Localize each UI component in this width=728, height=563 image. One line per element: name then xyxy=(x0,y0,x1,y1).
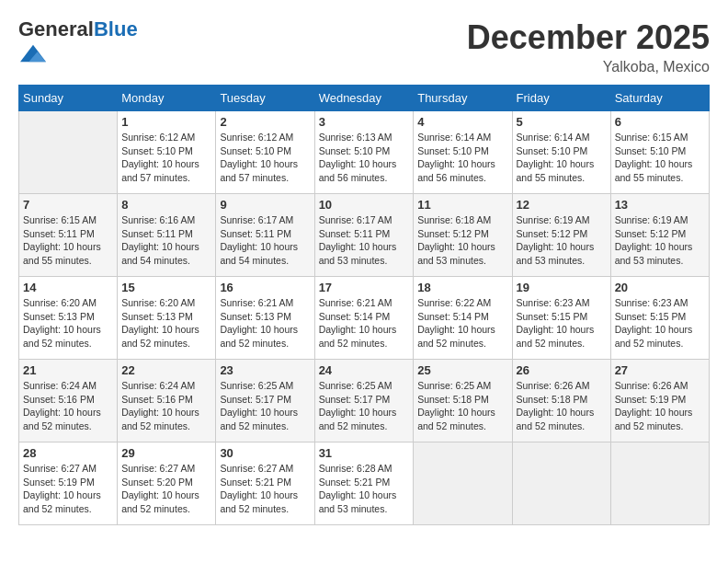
day-info: Sunrise: 6:23 AMSunset: 5:15 PMDaylight:… xyxy=(615,296,705,350)
day-number: 30 xyxy=(220,446,310,460)
day-number: 23 xyxy=(220,363,310,377)
day-number: 28 xyxy=(23,446,113,460)
day-number: 29 xyxy=(121,446,211,460)
calendar-cell: 15Sunrise: 6:20 AMSunset: 5:13 PMDayligh… xyxy=(118,277,216,360)
day-info: Sunrise: 6:27 AMSunset: 5:19 PMDaylight:… xyxy=(23,462,113,516)
calendar-cell: 31Sunrise: 6:28 AMSunset: 5:21 PMDayligh… xyxy=(314,442,414,525)
day-info: Sunrise: 6:18 AMSunset: 5:12 PMDaylight:… xyxy=(417,213,507,268)
calendar-cell: 3Sunrise: 6:13 AMSunset: 5:10 PMDaylight… xyxy=(314,111,414,194)
day-info: Sunrise: 6:25 AMSunset: 5:17 PMDaylight:… xyxy=(319,379,410,433)
column-header-friday: Friday xyxy=(512,86,610,111)
day-number: 8 xyxy=(121,198,211,212)
day-number: 27 xyxy=(615,363,705,377)
day-info: Sunrise: 6:27 AMSunset: 5:20 PMDaylight:… xyxy=(121,462,211,516)
day-number: 12 xyxy=(517,198,607,212)
day-info: Sunrise: 6:23 AMSunset: 5:15 PMDaylight:… xyxy=(517,296,607,350)
day-info: Sunrise: 6:16 AMSunset: 5:11 PMDaylight:… xyxy=(121,213,211,268)
logo: GeneralBlue xyxy=(18,18,138,70)
day-info: Sunrise: 6:22 AMSunset: 5:14 PMDaylight:… xyxy=(417,296,507,350)
day-number: 25 xyxy=(417,363,507,377)
calendar-cell: 13Sunrise: 6:19 AMSunset: 5:12 PMDayligh… xyxy=(610,194,709,277)
day-number: 7 xyxy=(23,198,113,212)
calendar-cell: 14Sunrise: 6:20 AMSunset: 5:13 PMDayligh… xyxy=(19,277,118,360)
day-info: Sunrise: 6:14 AMSunset: 5:10 PMDaylight:… xyxy=(517,131,607,185)
calendar-week-row: 14Sunrise: 6:20 AMSunset: 5:13 PMDayligh… xyxy=(19,277,710,360)
day-info: Sunrise: 6:13 AMSunset: 5:10 PMDaylight:… xyxy=(319,131,410,185)
month-title: December 2025 xyxy=(467,18,710,57)
day-number: 11 xyxy=(417,198,507,212)
calendar-cell: 1Sunrise: 6:12 AMSunset: 5:10 PMDaylight… xyxy=(118,111,216,194)
day-number: 4 xyxy=(417,115,507,129)
column-header-monday: Monday xyxy=(118,86,216,111)
title-area: December 2025 Yalkoba, Mexico xyxy=(467,18,710,75)
calendar-cell: 30Sunrise: 6:27 AMSunset: 5:21 PMDayligh… xyxy=(216,442,314,525)
day-info: Sunrise: 6:14 AMSunset: 5:10 PMDaylight:… xyxy=(417,131,507,185)
calendar-cell: 12Sunrise: 6:19 AMSunset: 5:12 PMDayligh… xyxy=(512,194,610,277)
day-number: 2 xyxy=(220,115,310,129)
day-info: Sunrise: 6:20 AMSunset: 5:13 PMDaylight:… xyxy=(121,296,211,350)
day-number: 22 xyxy=(121,363,211,377)
calendar-cell: 26Sunrise: 6:26 AMSunset: 5:18 PMDayligh… xyxy=(512,360,610,442)
day-info: Sunrise: 6:15 AMSunset: 5:11 PMDaylight:… xyxy=(23,213,113,268)
day-number: 14 xyxy=(23,281,113,294)
calendar-cell: 28Sunrise: 6:27 AMSunset: 5:19 PMDayligh… xyxy=(19,442,118,525)
calendar-cell: 6Sunrise: 6:15 AMSunset: 5:10 PMDaylight… xyxy=(610,111,709,194)
calendar-cell: 5Sunrise: 6:14 AMSunset: 5:10 PMDaylight… xyxy=(512,111,610,194)
calendar-cell: 4Sunrise: 6:14 AMSunset: 5:10 PMDaylight… xyxy=(414,111,512,194)
day-number: 6 xyxy=(615,115,705,129)
calendar-cell: 10Sunrise: 6:17 AMSunset: 5:11 PMDayligh… xyxy=(314,194,414,277)
day-number: 15 xyxy=(121,281,211,294)
day-info: Sunrise: 6:28 AMSunset: 5:21 PMDaylight:… xyxy=(319,462,410,516)
day-number: 20 xyxy=(615,281,705,294)
day-info: Sunrise: 6:15 AMSunset: 5:10 PMDaylight:… xyxy=(615,131,705,185)
day-info: Sunrise: 6:27 AMSunset: 5:21 PMDaylight:… xyxy=(220,462,310,516)
day-info: Sunrise: 6:20 AMSunset: 5:13 PMDaylight:… xyxy=(23,296,113,350)
calendar-cell: 21Sunrise: 6:24 AMSunset: 5:16 PMDayligh… xyxy=(19,360,118,442)
calendar-cell xyxy=(610,442,709,525)
day-number: 19 xyxy=(517,281,607,294)
day-number: 31 xyxy=(319,446,410,460)
calendar-cell: 24Sunrise: 6:25 AMSunset: 5:17 PMDayligh… xyxy=(314,360,414,442)
day-info: Sunrise: 6:25 AMSunset: 5:17 PMDaylight:… xyxy=(220,379,310,433)
day-info: Sunrise: 6:12 AMSunset: 5:10 PMDaylight:… xyxy=(220,131,310,185)
calendar-cell: 19Sunrise: 6:23 AMSunset: 5:15 PMDayligh… xyxy=(512,277,610,360)
day-number: 1 xyxy=(121,115,211,129)
day-info: Sunrise: 6:19 AMSunset: 5:12 PMDaylight:… xyxy=(517,213,607,268)
column-header-tuesday: Tuesday xyxy=(216,86,314,111)
logo-general-text: General xyxy=(18,17,94,40)
day-info: Sunrise: 6:21 AMSunset: 5:14 PMDaylight:… xyxy=(319,296,410,350)
day-number: 16 xyxy=(220,281,310,294)
day-info: Sunrise: 6:24 AMSunset: 5:16 PMDaylight:… xyxy=(121,379,211,433)
calendar-cell: 2Sunrise: 6:12 AMSunset: 5:10 PMDaylight… xyxy=(216,111,314,194)
calendar-cell xyxy=(414,442,512,525)
calendar-cell: 11Sunrise: 6:18 AMSunset: 5:12 PMDayligh… xyxy=(414,194,512,277)
calendar-cell: 16Sunrise: 6:21 AMSunset: 5:13 PMDayligh… xyxy=(216,277,314,360)
column-header-saturday: Saturday xyxy=(610,86,709,111)
calendar-cell: 9Sunrise: 6:17 AMSunset: 5:11 PMDaylight… xyxy=(216,194,314,277)
calendar-cell: 8Sunrise: 6:16 AMSunset: 5:11 PMDaylight… xyxy=(118,194,216,277)
calendar-cell: 23Sunrise: 6:25 AMSunset: 5:17 PMDayligh… xyxy=(216,360,314,442)
day-info: Sunrise: 6:17 AMSunset: 5:11 PMDaylight:… xyxy=(220,213,310,268)
column-header-sunday: Sunday xyxy=(19,86,118,111)
calendar-cell: 25Sunrise: 6:25 AMSunset: 5:18 PMDayligh… xyxy=(414,360,512,442)
calendar-cell xyxy=(19,111,118,194)
calendar-week-row: 7Sunrise: 6:15 AMSunset: 5:11 PMDaylight… xyxy=(19,194,710,277)
day-info: Sunrise: 6:19 AMSunset: 5:12 PMDaylight:… xyxy=(615,213,705,268)
calendar-table: SundayMondayTuesdayWednesdayThursdayFrid… xyxy=(18,85,710,525)
logo-blue-text: Blue xyxy=(94,17,138,40)
calendar-week-row: 1Sunrise: 6:12 AMSunset: 5:10 PMDaylight… xyxy=(19,111,710,194)
day-info: Sunrise: 6:25 AMSunset: 5:18 PMDaylight:… xyxy=(417,379,507,433)
day-number: 10 xyxy=(319,198,410,212)
day-number: 24 xyxy=(319,363,410,377)
column-header-thursday: Thursday xyxy=(414,86,512,111)
day-info: Sunrise: 6:21 AMSunset: 5:13 PMDaylight:… xyxy=(220,296,310,350)
day-number: 26 xyxy=(517,363,607,377)
calendar-week-row: 28Sunrise: 6:27 AMSunset: 5:19 PMDayligh… xyxy=(19,442,710,525)
calendar-header-row: SundayMondayTuesdayWednesdayThursdayFrid… xyxy=(19,86,710,111)
calendar-cell: 7Sunrise: 6:15 AMSunset: 5:11 PMDaylight… xyxy=(19,194,118,277)
day-info: Sunrise: 6:26 AMSunset: 5:18 PMDaylight:… xyxy=(517,379,607,433)
day-number: 9 xyxy=(220,198,310,212)
calendar-week-row: 21Sunrise: 6:24 AMSunset: 5:16 PMDayligh… xyxy=(19,360,710,442)
logo-icon xyxy=(20,40,46,66)
day-info: Sunrise: 6:26 AMSunset: 5:19 PMDaylight:… xyxy=(615,379,705,433)
